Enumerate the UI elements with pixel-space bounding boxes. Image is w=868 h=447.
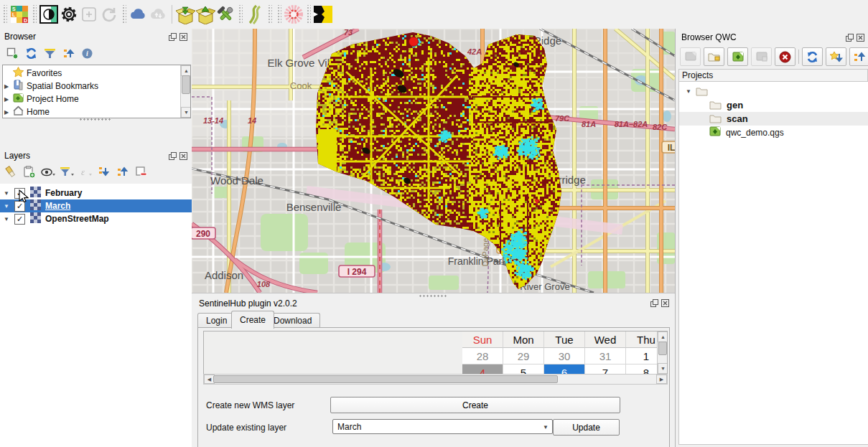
close-panel-icon[interactable] xyxy=(856,33,864,42)
scroll-up-icon[interactable]: ▲ xyxy=(658,331,668,342)
calendar-day-today[interactable]: 4 xyxy=(462,364,503,375)
add-item-icon[interactable] xyxy=(79,4,99,24)
close-panel-icon[interactable] xyxy=(179,32,187,41)
toolbar-drag-handle[interactable] xyxy=(238,5,243,24)
processing-tools-icon[interactable] xyxy=(215,4,235,24)
toolbar-drag-handle[interactable] xyxy=(306,5,311,24)
calendar-day[interactable]: 30 xyxy=(544,348,585,364)
scroll-thumb[interactable] xyxy=(213,375,558,383)
qwc-item-gen[interactable]: gen xyxy=(679,98,868,112)
panel-splitter[interactable] xyxy=(79,118,112,121)
browser-item-home[interactable]: ▶ Home xyxy=(3,105,190,118)
filter-icon[interactable] xyxy=(40,44,59,62)
collapse-all-icon[interactable] xyxy=(113,164,132,181)
save-as-icon[interactable] xyxy=(751,47,772,66)
panel-splitter[interactable] xyxy=(419,294,447,297)
calendar-day[interactable]: 29 xyxy=(503,348,544,364)
mergin-maps-icon[interactable] xyxy=(313,4,333,24)
float-panel-icon[interactable] xyxy=(650,298,658,307)
filter-expression-icon[interactable]: ε xyxy=(76,164,95,181)
expander-icon[interactable]: ▶ xyxy=(3,96,10,103)
toolbar-drag-handle[interactable] xyxy=(267,5,272,24)
expander-icon[interactable]: ▶ xyxy=(3,109,10,116)
close-panel-icon[interactable] xyxy=(661,298,669,307)
sync-icon[interactable] xyxy=(99,4,119,24)
expand-tree-icon[interactable] xyxy=(826,47,846,66)
calendar-scrollbar-vertical[interactable]: ▲ ▼ xyxy=(657,331,667,374)
expander-icon[interactable]: ▼ xyxy=(3,190,10,197)
browser-item-spatial-bookmarks[interactable]: ▶ Spatial Bookmarks xyxy=(3,80,190,93)
expand-all-icon[interactable] xyxy=(95,164,113,181)
manage-themes-icon[interactable] xyxy=(39,164,57,181)
calendar-day[interactable]: 31 xyxy=(585,348,626,364)
qwc-root-folder[interactable]: ▼ xyxy=(679,85,868,98)
sentinelhub-icon[interactable] xyxy=(245,4,265,24)
expander-icon[interactable]: ▼ xyxy=(3,203,10,210)
layer-select-dropdown[interactable]: March▼ xyxy=(332,419,553,434)
scroll-up-icon[interactable]: ▲ xyxy=(181,65,191,76)
projects-column-header[interactable]: Projects xyxy=(678,69,868,82)
create-wms-label: Create new WMS layer xyxy=(206,400,294,410)
close-panel-icon[interactable] xyxy=(179,151,187,160)
float-panel-icon[interactable] xyxy=(168,151,177,160)
remove-layer-icon[interactable] xyxy=(132,164,151,181)
float-panel-icon[interactable] xyxy=(845,33,854,42)
expander-icon[interactable]: ▼ xyxy=(685,88,692,95)
open-project-icon[interactable] xyxy=(727,47,748,66)
tab-login[interactable]: Login xyxy=(197,313,235,328)
toolbar-drag-handle[interactable] xyxy=(32,5,37,24)
browser-tree-scrollbar[interactable]: ▲ ▼ xyxy=(180,65,190,118)
create-button[interactable]: Create xyxy=(330,397,620,413)
cloud-icon[interactable] xyxy=(129,4,149,24)
expander-icon[interactable]: ▼ xyxy=(3,216,10,222)
expander-icon[interactable]: ▶ xyxy=(3,83,10,90)
add-group-icon[interactable] xyxy=(20,164,39,181)
toolbar-drag-handle[interactable] xyxy=(276,5,281,24)
layer-styling-icon[interactable]: SLD xyxy=(9,4,29,24)
layer-checkbox[interactable]: ✓ xyxy=(14,214,25,225)
qwc-item-qwc-demo[interactable]: qwc_demo.qgs xyxy=(679,126,868,139)
layer-row-february[interactable]: ▼ ✓ February xyxy=(0,187,192,199)
scroll-down-icon[interactable]: ▼ xyxy=(181,107,191,118)
new-folder-icon[interactable] xyxy=(704,47,724,66)
import-package-icon[interactable] xyxy=(175,4,195,24)
calendar-day[interactable]: 28 xyxy=(462,348,503,364)
scroll-right-icon[interactable]: ▶ xyxy=(656,375,667,384)
refresh-icon[interactable] xyxy=(802,47,823,66)
collapse-all-icon[interactable] xyxy=(59,44,78,62)
calendar-scrollbar-horizontal[interactable]: ◀ ▶ xyxy=(203,374,668,385)
calendar-day-selected[interactable]: 6 xyxy=(544,364,585,375)
save-project-icon[interactable] xyxy=(680,47,701,66)
browser-item-project-home[interactable]: ▶ Project Home xyxy=(3,93,190,105)
contrast-legend-icon[interactable] xyxy=(39,4,59,24)
scroll-down-icon[interactable]: ▼ xyxy=(658,363,668,374)
layer-row-openstreetmap[interactable]: ▼ ✓ OpenStreetMap xyxy=(0,212,192,225)
qwc-item-scan[interactable]: scan xyxy=(679,112,868,126)
profile-donut-icon[interactable] xyxy=(284,4,304,24)
export-package-icon[interactable] xyxy=(195,4,215,24)
tab-create[interactable]: Create xyxy=(231,311,274,329)
toolbar-drag-handle[interactable] xyxy=(121,5,126,24)
add-layer-icon[interactable] xyxy=(3,44,22,62)
qwc-item-label: scan xyxy=(727,113,748,124)
calendar-day[interactable]: 7 xyxy=(585,364,626,375)
style-manager-icon[interactable] xyxy=(1,164,20,181)
map-canvas[interactable]: 290I 294IL 43IL Elk Grove VillagePark Ri… xyxy=(192,29,675,293)
filter-legend-icon[interactable] xyxy=(57,164,76,181)
browser-item-favorites[interactable]: Favorites xyxy=(3,67,190,80)
calendar-widget[interactable]: Sun Mon Tue Wed Thu 28 29 30 31 1 4 5 6 … xyxy=(203,331,668,375)
toolbar-drag-handle[interactable] xyxy=(2,5,7,24)
update-button[interactable]: Update xyxy=(553,419,620,436)
cloud-upload-icon[interactable] xyxy=(149,4,169,24)
calendar-day[interactable]: 5 xyxy=(503,364,544,375)
settings-gear-icon[interactable] xyxy=(59,4,79,24)
collapse-tree-icon[interactable] xyxy=(849,47,868,66)
float-panel-icon[interactable] xyxy=(168,32,177,41)
layer-checkbox[interactable]: ✓ xyxy=(14,201,25,212)
scroll-thumb[interactable] xyxy=(182,75,190,94)
layer-row-march-selected[interactable]: ▼ ✓ March xyxy=(0,199,192,212)
delete-icon[interactable] xyxy=(775,47,795,66)
properties-icon[interactable]: i xyxy=(78,44,96,62)
layer-checkbox[interactable]: ✓ xyxy=(14,188,25,199)
refresh-icon[interactable] xyxy=(22,44,40,62)
